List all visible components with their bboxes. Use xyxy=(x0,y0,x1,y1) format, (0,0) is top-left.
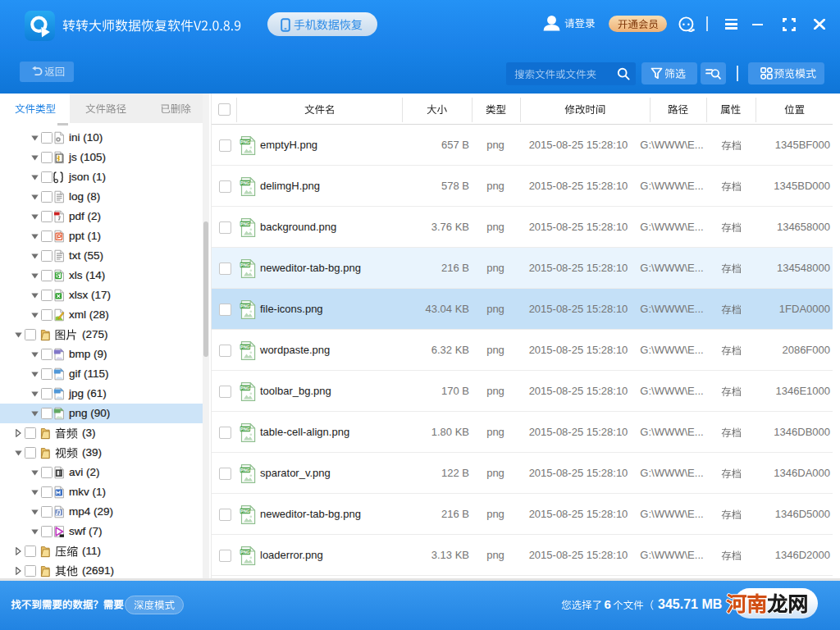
svg-text:PNG: PNG xyxy=(240,345,250,349)
svg-text:PNG: PNG xyxy=(240,509,250,514)
svg-text:PNG: PNG xyxy=(240,262,250,267)
svg-text:PNG: PNG xyxy=(240,386,250,390)
svg-text:PNG: PNG xyxy=(240,304,250,308)
svg-text:PNG: PNG xyxy=(240,468,250,472)
svg-text:PNG: PNG xyxy=(240,180,250,185)
svg-text:PNG: PNG xyxy=(240,139,250,144)
svg-text:PNG: PNG xyxy=(240,221,250,226)
svg-text:PNG: PNG xyxy=(240,550,250,555)
svg-text:PNG: PNG xyxy=(240,427,250,431)
